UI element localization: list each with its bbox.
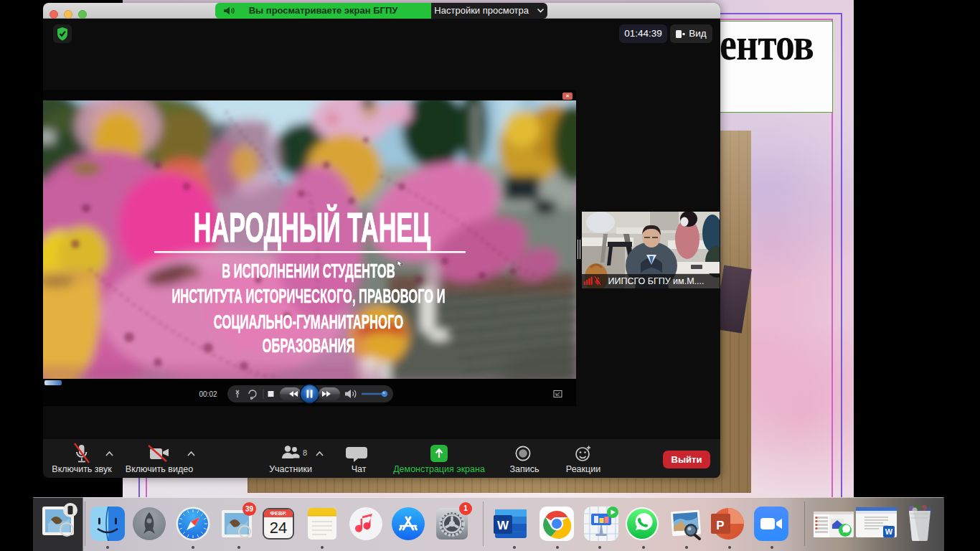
svg-text:ФЕВР.: ФЕВР. bbox=[270, 510, 287, 517]
svg-text:СОЦИАЛЬНО-ГУМАНИТАРНОГО: СОЦИАЛЬНО-ГУМАНИТАРНОГО bbox=[214, 310, 403, 333]
svg-text:Включить звук: Включить звук bbox=[52, 464, 112, 474]
svg-text:W: W bbox=[497, 519, 509, 532]
svg-text:Демонстрация экрана: Демонстрация экрана bbox=[393, 464, 485, 474]
svg-text:Чат: Чат bbox=[352, 464, 367, 474]
svg-text:00:02: 00:02 bbox=[199, 390, 217, 398]
svg-text:W: W bbox=[885, 527, 893, 536]
svg-text:Запись: Запись bbox=[509, 464, 539, 474]
svg-text:P: P bbox=[716, 519, 724, 532]
svg-text:24: 24 bbox=[270, 519, 287, 537]
svg-text:НАРОДНЫЙ ТАНЕЦ: НАРОДНЫЙ ТАНЕЦ bbox=[194, 204, 430, 250]
svg-text:Участники: Участники bbox=[269, 464, 312, 474]
svg-text:Включить видео: Включить видео bbox=[126, 464, 193, 474]
svg-text:Реакции: Реакции bbox=[566, 464, 600, 474]
svg-text:ОБРАЗОВАНИЯ: ОБРАЗОВАНИЯ bbox=[263, 334, 355, 357]
svg-text:8: 8 bbox=[303, 448, 307, 457]
svg-text:ИНСТИТУТА ИСТОРИЧЕСКОГО, ПРАВО: ИНСТИТУТА ИСТОРИЧЕСКОГО, ПРАВОВОГО И bbox=[171, 284, 445, 307]
svg-text:В ИСПОЛНЕНИИ СТУДЕНТОВ: В ИСПОЛНЕНИИ СТУДЕНТОВ bbox=[222, 259, 395, 282]
